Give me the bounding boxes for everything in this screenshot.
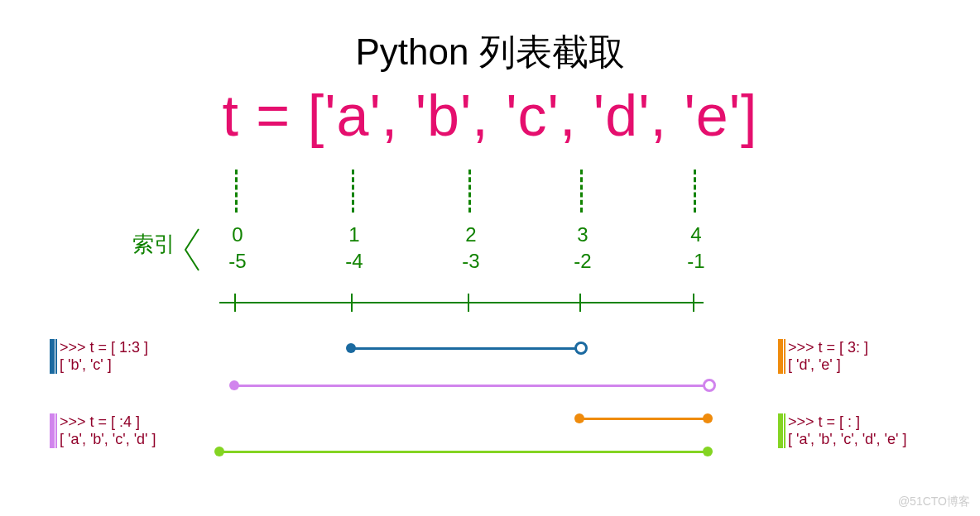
slice-code-input: >>> t = [ 1:3 ] — [60, 339, 148, 356]
index-dash — [580, 170, 583, 213]
slice-code-block: >>> t = [ :4 ] [ 'a', 'b', 'c', 'd' ] — [50, 413, 156, 448]
slice-code-block: >>> t = [ 1:3 ] [ 'b', 'c' ] — [50, 339, 148, 374]
slice-start-dot — [214, 447, 224, 456]
code-bar-thin — [55, 339, 57, 374]
index-dash — [235, 170, 238, 213]
index-dash — [694, 170, 696, 213]
positive-index: 1 — [338, 223, 371, 246]
positive-index: 3 — [566, 223, 599, 246]
page-title: Python 列表截取 — [0, 28, 980, 77]
slice-start-dot — [229, 380, 239, 390]
negative-index: -4 — [338, 250, 371, 273]
negative-index: -1 — [680, 250, 713, 273]
slice-line — [351, 347, 579, 350]
negative-index: -3 — [454, 250, 488, 273]
index-dash — [468, 170, 471, 213]
code-bar — [778, 413, 783, 448]
slice-code-block: >>> t = [ : ] [ 'a', 'b', 'c', 'd', 'e' … — [778, 413, 906, 448]
slice-code-input: >>> t = [ :4 ] — [60, 413, 156, 431]
code-bar-thin — [784, 413, 785, 448]
slice-code-output: [ 'd', 'e' ] — [788, 356, 868, 374]
negative-index: -5 — [221, 250, 254, 273]
index-axis — [219, 302, 704, 303]
code-bar — [778, 339, 783, 374]
slice-line — [579, 418, 708, 420]
negative-index: -2 — [566, 250, 599, 273]
slice-end-dot — [574, 342, 588, 355]
watermark: @51CTO博客 — [898, 494, 970, 509]
slice-start-dot — [346, 343, 356, 353]
code-bar-thin — [55, 413, 57, 448]
positive-index: 2 — [454, 223, 488, 246]
index-label: 索引 — [132, 230, 175, 259]
slice-code-input: >>> t = [ 3: ] — [788, 339, 868, 356]
list-declaration: t = ['a', 'b', 'c', 'd', 'e'] — [0, 83, 980, 149]
slice-code-output: [ 'a', 'b', 'c', 'd', 'e' ] — [788, 431, 906, 448]
slice-end-dot — [703, 413, 713, 423]
slice-line — [234, 385, 708, 387]
positive-index: 4 — [680, 223, 713, 246]
slice-code-output: [ 'a', 'b', 'c', 'd' ] — [60, 431, 156, 448]
angle-bracket — [182, 227, 202, 276]
positive-index: 0 — [221, 223, 254, 246]
slice-start-dot — [574, 413, 584, 423]
slice-code-block: >>> t = [ 3: ] [ 'd', 'e' ] — [778, 339, 868, 374]
slice-code-input: >>> t = [ : ] — [788, 413, 906, 431]
slice-line — [219, 451, 708, 453]
slice-code-output: [ 'b', 'c' ] — [60, 356, 148, 374]
code-bar — [50, 413, 55, 448]
slice-end-dot — [703, 379, 716, 392]
code-bar-thin — [784, 339, 785, 374]
code-bar — [50, 339, 55, 374]
index-dash — [352, 170, 354, 213]
slice-end-dot — [703, 447, 713, 456]
